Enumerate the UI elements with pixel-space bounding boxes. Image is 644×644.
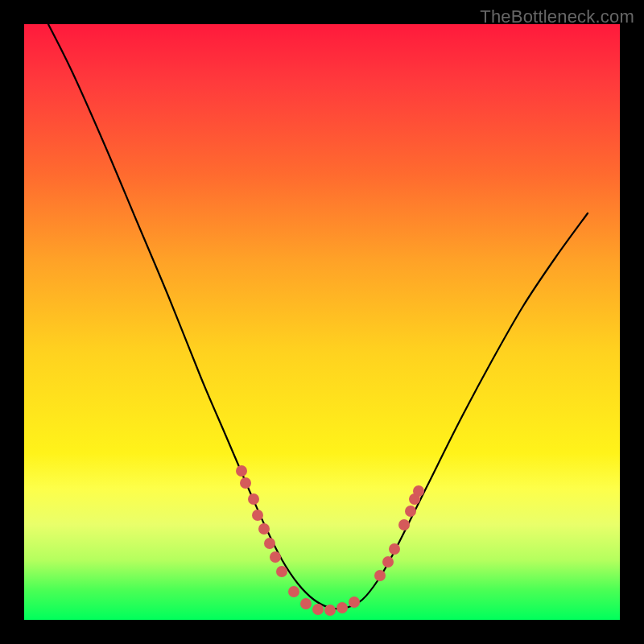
curve-marker <box>236 465 247 477</box>
plot-area <box>24 24 620 620</box>
curve-marker <box>374 570 386 581</box>
curve-marker <box>276 566 287 577</box>
curve-marker <box>248 493 259 505</box>
curve-marker <box>398 519 410 530</box>
curve-marker <box>336 602 348 613</box>
curve-marker <box>300 598 312 609</box>
curve-marker <box>413 485 424 497</box>
curve-marker <box>405 506 416 517</box>
curve-marker <box>312 604 324 615</box>
bottleneck-curve <box>48 24 588 609</box>
curve-marker <box>324 605 336 616</box>
curve-marker <box>252 510 263 521</box>
curve-marker <box>349 597 360 608</box>
curve-marker <box>382 556 394 568</box>
curve-marker <box>288 586 299 597</box>
curve-marker <box>389 543 400 555</box>
curve-marker <box>240 477 251 489</box>
bottleneck-curve-svg <box>24 24 620 620</box>
curve-marker <box>270 551 281 563</box>
watermark-text: TheBottleneck.com <box>480 6 634 27</box>
chart-frame: TheBottleneck.com <box>0 0 644 644</box>
curve-marker <box>264 538 275 549</box>
curve-markers <box>236 465 424 616</box>
curve-marker <box>258 523 270 535</box>
